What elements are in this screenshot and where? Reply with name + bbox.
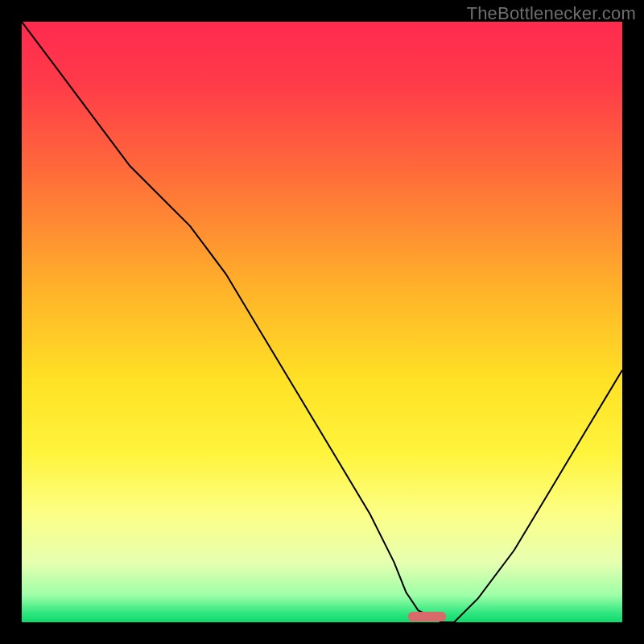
chart-frame bbox=[22, 22, 622, 622]
bottleneck-chart bbox=[22, 22, 622, 622]
gradient-background bbox=[22, 22, 622, 622]
optimal-marker bbox=[408, 612, 447, 621]
watermark-text: TheBottlenecker.com bbox=[467, 3, 636, 24]
